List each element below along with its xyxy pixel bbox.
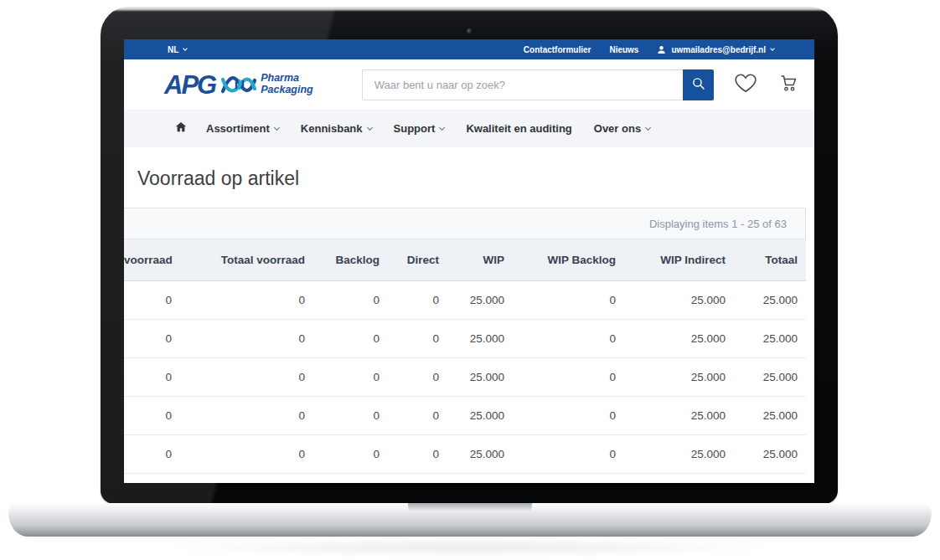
table-row[interactable]: 0 0 0 0 25.000 0 25.000 25.000 [124,434,806,473]
column-header[interactable]: Backlog [313,239,388,280]
column-header[interactable]: Totaal voorraad [180,239,313,280]
chevron-down-icon [367,125,373,131]
table-cell: 0 [180,396,313,434]
table-cell: 25.000 [734,280,806,319]
search-button[interactable] [683,69,714,100]
nav-item-label: Over ons [594,122,641,135]
chevron-down-icon [439,125,445,131]
page-content: Voorraad op artikel Displaying items 1 -… [124,167,814,483]
table-row[interactable]: 0 0 0 0 25.000 0 25.000 25.000 [124,357,806,396]
table-cell: 0 [180,434,313,473]
nav-home-link[interactable] [174,121,188,136]
laptop-lid: NL Contactformulier Nieuws uwmailadres@b… [101,7,838,504]
laptop-base-notch [408,503,532,518]
table-cell: 0 [124,357,180,396]
search-bar [362,69,714,100]
table-cell: 0 [513,357,624,396]
table-cell: 25.000 [624,357,734,396]
nav-item-kennisbank[interactable]: Kennisbank [301,122,372,135]
table-cell: 25.000 [447,319,513,357]
table-cell: 0 [180,357,313,396]
user-icon [657,45,666,54]
chevron-down-icon [183,46,189,51]
table-cell: 0 [313,357,388,396]
language-label: NL [168,45,178,54]
column-header[interactable]: WIP Backlog [513,239,624,280]
table-cell: 0 [513,434,624,473]
table-row[interactable]: 0 0 0 0 25.000 0 25.000 25.000 [124,396,806,434]
chevron-down-icon [274,125,280,131]
table-cell: 0 [388,396,447,434]
table-cell: 0 [313,319,388,357]
page-title: Voorraad op artikel [137,167,814,190]
site-logo[interactable]: APG Pharma Packaging [164,71,313,98]
table-cell: 0 [124,396,180,434]
table-cell: 25.000 [447,396,513,434]
nav-item-label: Support [394,122,436,135]
pagination-status: Displaying items 1 - 25 of 63 [124,208,805,239]
table-cell: 0 [313,396,388,434]
main-nav: Assortiment Kennisbank Support Kwaliteit… [124,110,814,147]
table-cell: 0 [388,434,447,473]
table-cell: 25.000 [624,280,734,319]
logo-tagline-line1: Pharma [261,73,313,85]
table-cell: 25.000 [447,434,513,473]
webcam-dot [467,28,473,34]
chevron-down-icon [770,46,775,51]
table-cell: 25.000 [447,357,513,396]
table-cell: 25.000 [734,396,806,434]
column-header[interactable]: WIP Indirect [624,239,734,280]
browser-screen: NL Contactformulier Nieuws uwmailadres@b… [124,39,814,483]
news-link[interactable]: Nieuws [609,45,638,54]
column-header[interactable]: Direct [388,239,447,280]
table-cell: 25.000 [624,396,734,434]
stock-table: voorraad Totaal voorraad Backlog Direct … [124,239,806,483]
nav-item-label: Kwaliteit en auditing [466,122,571,135]
table-cell: 25.000 [734,357,806,396]
search-input[interactable] [362,69,683,100]
table-cell: 0 [513,319,624,357]
table-cell: 25.000 [734,319,806,357]
dna-helix-icon [220,71,257,98]
column-header[interactable]: WIP [447,239,513,280]
logo-tagline: Pharma Packaging [261,73,313,96]
table-cell [124,473,806,483]
table-cell: 0 [180,280,313,319]
account-email: uwmailadres@bedrijf.nl [671,45,766,54]
table-cell: 25.000 [447,280,513,319]
language-selector[interactable]: NL [168,45,187,54]
column-header[interactable]: Totaal [734,239,806,280]
chevron-down-icon [645,125,651,131]
site-header: APG Pharma Packaging [124,59,814,110]
table-cell: 25.000 [624,434,734,473]
logo-tagline-line2: Packaging [261,85,313,96]
contact-link[interactable]: Contactformulier [524,45,591,54]
table-cell: 0 [180,319,313,357]
nav-item-label: Assortiment [206,122,270,135]
wishlist-button[interactable] [735,73,757,96]
nav-item-assortiment[interactable]: Assortiment [206,122,279,135]
table-row[interactable]: 0 0 0 0 25.000 0 25.000 25.000 [124,319,806,357]
table-row-partial [124,473,806,483]
nav-item-kwaliteit-en-auditing[interactable]: Kwaliteit en auditing [466,122,571,135]
table-row[interactable]: 0 0 0 0 25.000 0 25.000 25.000 [124,280,806,319]
home-icon [174,121,188,136]
top-utility-bar: NL Contactformulier Nieuws uwmailadres@b… [124,39,814,59]
table-cell: 0 [313,434,388,473]
laptop-base [8,503,932,537]
nav-item-support[interactable]: Support [394,122,445,135]
column-header[interactable]: voorraad [124,239,180,280]
table-cell: 0 [388,280,447,319]
table-cell: 0 [513,396,624,434]
account-menu[interactable]: uwmailadres@bedrijf.nl [657,45,774,54]
laptop-reflection [151,540,788,555]
laptop-mockup: NL Contactformulier Nieuws uwmailadres@b… [0,0,940,560]
table-cell: 0 [313,280,388,319]
cart-button[interactable] [777,73,798,96]
table-cell: 0 [124,434,180,473]
nav-item-over-ons[interactable]: Over ons [594,122,650,135]
table-cell: 0 [513,280,624,319]
logo-acronym: APG [164,72,215,98]
table-cell: 25.000 [624,319,734,357]
table-cell: 0 [388,357,447,396]
